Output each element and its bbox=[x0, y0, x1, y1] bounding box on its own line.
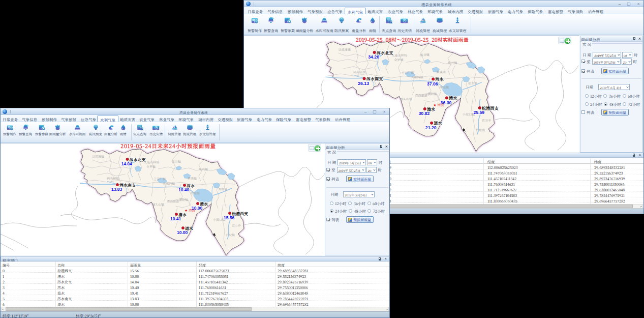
svg-text:10.40: 10.40 bbox=[178, 187, 190, 192]
svg-text:澧县: 澧县 bbox=[189, 208, 196, 213]
svg-text:13.83: 13.83 bbox=[111, 187, 122, 192]
svg-text:34.20: 34.20 bbox=[368, 54, 379, 60]
svg-text:10.00: 10.00 bbox=[177, 230, 188, 235]
svg-text:10.41: 10.41 bbox=[170, 216, 181, 221]
svg-text:15.56: 15.56 bbox=[224, 215, 235, 220]
svg-text:★: ★ bbox=[185, 208, 188, 213]
svg-text:★: ★ bbox=[433, 102, 436, 107]
svg-text:37.06: 37.06 bbox=[427, 81, 438, 86]
svg-text:26.13: 26.13 bbox=[358, 81, 369, 86]
svg-text:30.82: 30.82 bbox=[418, 111, 430, 116]
svg-text:25.59: 25.59 bbox=[473, 110, 484, 115]
svg-text:21.20: 21.20 bbox=[425, 125, 437, 130]
svg-text:澧县: 澧县 bbox=[437, 102, 444, 107]
svg-text:14.04: 14.04 bbox=[121, 161, 133, 166]
